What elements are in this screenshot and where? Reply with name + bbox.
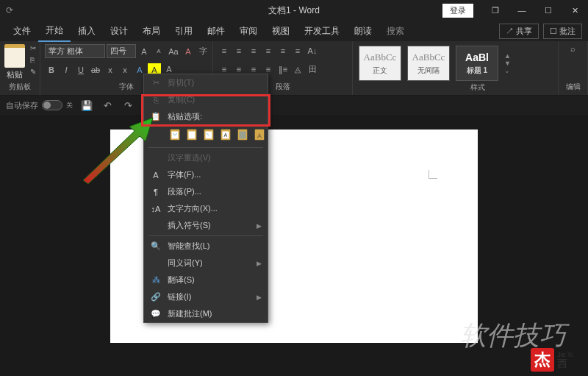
multilevel-icon[interactable]: ≡ bbox=[247, 44, 260, 57]
style-normal[interactable]: AaBbCc 正文 bbox=[359, 46, 401, 81]
numbering-icon[interactable]: ≡ bbox=[232, 44, 245, 57]
close-icon[interactable]: ✕ bbox=[562, 0, 588, 21]
styles-group: AaBbCc 正文 AaBbCc 无间隔 AaBl 标题 1 ▲ ▼ ⌄ 样式 bbox=[353, 41, 559, 95]
tab-home[interactable]: 开始 bbox=[38, 21, 71, 42]
increase-indent-icon[interactable]: ≡ bbox=[276, 44, 290, 57]
clipboard-label: 剪贴板 bbox=[4, 82, 35, 92]
font-size-select[interactable]: 四号 bbox=[107, 44, 136, 58]
menu-copy: ⎘复制(C) bbox=[144, 91, 268, 108]
strikethrough-icon[interactable]: ab bbox=[89, 63, 102, 77]
sort-icon[interactable]: A↓ bbox=[306, 44, 319, 57]
menu-font[interactable]: A字体(F)... bbox=[144, 166, 268, 183]
menu-translate[interactable]: ⁂翻译(S) bbox=[144, 272, 268, 288]
menu-smart-lookup[interactable]: 🔍智能查找(L) bbox=[144, 238, 268, 255]
phonetic-icon[interactable]: 字 bbox=[196, 45, 209, 58]
title-bar: ⟳ 文档1 - Word 登录 ❐ — ☐ ✕ bbox=[0, 0, 588, 21]
comments-button[interactable]: ☐ 批注 bbox=[543, 24, 582, 39]
menu-paste-options-label: 📋粘贴选项: bbox=[144, 108, 268, 125]
tab-search[interactable]: 搜索 bbox=[379, 21, 412, 41]
styles-label: 样式 bbox=[401, 82, 553, 93]
menu-insert-symbol[interactable]: 插入符号(S)▶ bbox=[144, 217, 268, 234]
menu-text-direction[interactable]: ↕A文字方向(X)... bbox=[144, 200, 268, 217]
styles-more-icon[interactable]: ⌄ bbox=[504, 67, 511, 74]
context-menu: ✂剪切(T) ⎘复制(C) 📋粘贴选项: A A 汉字重选(V) A字体(F).… bbox=[143, 74, 268, 323]
login-button[interactable]: 登录 bbox=[442, 4, 473, 18]
paste-special-icon[interactable]: A bbox=[252, 127, 267, 143]
autosave-toggle[interactable] bbox=[42, 100, 62, 110]
tab-design[interactable]: 设计 bbox=[103, 21, 135, 41]
svg-text:A: A bbox=[257, 132, 262, 139]
grow-font-icon[interactable]: A bbox=[137, 45, 151, 58]
shrink-font-icon[interactable]: A bbox=[152, 45, 165, 58]
shading-icon[interactable]: ◬ bbox=[291, 63, 304, 76]
ribbon-display-icon[interactable]: ❐ bbox=[482, 0, 509, 21]
tab-developer[interactable]: 开发工具 bbox=[297, 21, 347, 41]
menu-synonyms[interactable]: 同义词(Y)▶ bbox=[144, 255, 268, 272]
maximize-icon[interactable]: ☐ bbox=[535, 0, 562, 21]
editing-label: 编辑 bbox=[563, 82, 583, 92]
autosave-icon: ⟳ bbox=[6, 5, 13, 15]
paste-button[interactable]: 粘贴 bbox=[4, 44, 25, 80]
paste-link-icon[interactable] bbox=[235, 127, 250, 143]
quick-access-toolbar: 自动保存 关 💾 ↶ ↷ bbox=[0, 96, 588, 115]
change-case-icon[interactable]: Aa bbox=[167, 45, 180, 58]
tab-file[interactable]: 文件 bbox=[6, 21, 38, 41]
asian-layout-icon[interactable]: ≡ bbox=[291, 44, 304, 57]
tab-references[interactable]: 引用 bbox=[168, 21, 200, 41]
tab-insert[interactable]: 插入 bbox=[71, 21, 103, 41]
styles-down-icon[interactable]: ▼ bbox=[504, 60, 511, 67]
margin-mark bbox=[429, 170, 437, 179]
paste-picture-icon[interactable] bbox=[201, 127, 216, 143]
ribbon-tabs: 文件 开始 插入 设计 布局 引用 邮件 审阅 视图 开发工具 朗读 搜索 ↗ … bbox=[0, 21, 588, 41]
tab-review[interactable]: 审阅 bbox=[232, 21, 265, 41]
window-title: 文档1 - Word bbox=[268, 4, 320, 17]
autosave-label: 自动保存 bbox=[6, 100, 38, 111]
tab-mailings[interactable]: 邮件 bbox=[200, 21, 232, 41]
undo-icon[interactable]: ↶ bbox=[101, 99, 114, 112]
menu-new-comment[interactable]: 💬新建批注(M) bbox=[144, 305, 268, 322]
clear-format-icon[interactable]: A bbox=[182, 45, 195, 58]
tab-read-aloud[interactable]: 朗读 bbox=[347, 21, 379, 41]
ribbon: 粘贴 ✂ ⎘ ✎ 剪贴板 苹方 粗体 四号 A A Aa A 字 B I bbox=[0, 41, 588, 96]
tab-layout[interactable]: 布局 bbox=[135, 21, 168, 41]
menu-paragraph[interactable]: ¶段落(P)... bbox=[144, 183, 268, 200]
subscript-icon[interactable]: x bbox=[104, 63, 117, 77]
svg-text:A: A bbox=[224, 132, 228, 138]
redo-icon[interactable]: ↷ bbox=[121, 99, 135, 112]
paste-text-only-icon[interactable]: A bbox=[218, 127, 233, 143]
menu-hanzi-reselect: 汉字重选(V) bbox=[144, 149, 268, 166]
tab-view[interactable]: 视图 bbox=[265, 21, 297, 41]
minimize-icon[interactable]: — bbox=[509, 0, 535, 21]
svg-rect-3 bbox=[189, 132, 196, 139]
style-no-spacing[interactable]: AaBbCc 无间隔 bbox=[407, 46, 450, 81]
svg-rect-10 bbox=[240, 132, 246, 139]
menu-link[interactable]: 🔗链接(I)▶ bbox=[144, 288, 268, 305]
save-icon[interactable]: 💾 bbox=[80, 99, 93, 112]
underline-icon[interactable]: U bbox=[74, 63, 87, 77]
font-name-select[interactable]: 苹方 粗体 bbox=[45, 44, 105, 58]
styles-up-icon[interactable]: ▲ bbox=[504, 52, 511, 60]
paste-keep-source-icon[interactable] bbox=[168, 127, 182, 143]
bold-icon[interactable]: B bbox=[45, 63, 58, 77]
borders-icon[interactable]: 田 bbox=[306, 63, 319, 76]
document-area bbox=[0, 115, 588, 376]
editing-group: ⌕ 编辑 bbox=[559, 41, 588, 95]
clipboard-icon bbox=[4, 44, 25, 68]
superscript-icon[interactable]: x bbox=[118, 63, 132, 77]
clipboard-group: 粘贴 ✂ ⎘ ✎ 剪贴板 bbox=[0, 41, 40, 95]
style-heading-1[interactable]: AaBl 标题 1 bbox=[456, 46, 498, 81]
paste-merge-icon[interactable] bbox=[184, 127, 199, 143]
bullets-icon[interactable]: ≡ bbox=[218, 44, 231, 57]
line-spacing-icon[interactable]: ‖≡ bbox=[276, 63, 290, 76]
decrease-indent-icon[interactable]: ≡ bbox=[262, 44, 275, 57]
author-logo: 杰 Jie Xi 西 bbox=[531, 348, 573, 372]
share-button[interactable]: ↗ 共享 bbox=[499, 24, 539, 39]
italic-icon[interactable]: I bbox=[60, 63, 73, 77]
menu-cut: ✂剪切(T) bbox=[144, 74, 268, 91]
